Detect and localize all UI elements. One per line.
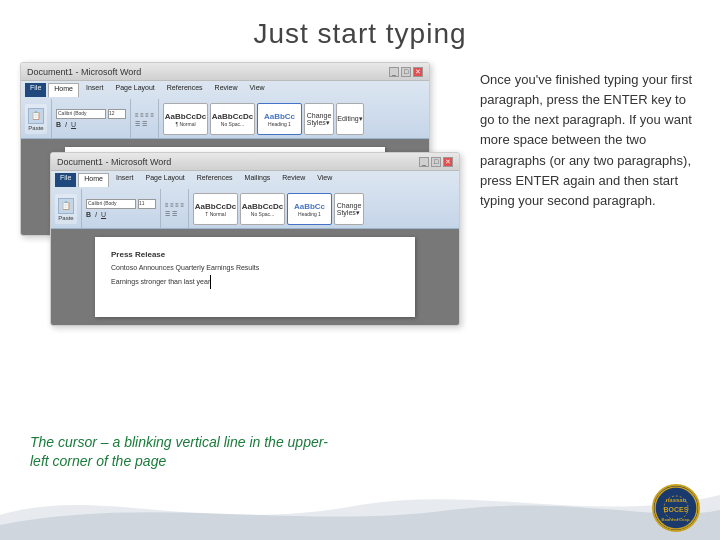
ribbon2: File Home Insert Page Layout References … (51, 171, 459, 229)
font-group: Calibri (Body 12 B I U (56, 99, 131, 139)
pagelayout-tab[interactable]: Page Layout (110, 83, 159, 97)
references-tab2[interactable]: References (192, 173, 238, 187)
font-size-select[interactable]: 12 (108, 109, 126, 119)
paragraph-group2: ≡ ≡ ≡ ≡ ☰ ☰ (165, 189, 189, 229)
font-size-select2[interactable]: 11 (138, 199, 156, 209)
italic-btn[interactable]: I (65, 121, 67, 128)
styles-group: AaBbCcDc ¶ Normal AaBbCcDc No Spac... Aa… (163, 99, 368, 139)
doc-press-release: Press Release (111, 249, 399, 260)
style-boxes: AaBbCcDc ¶ Normal AaBbCcDc No Spac... Aa… (163, 103, 364, 135)
screenshot1-title-text: Document1 - Microsoft Word (27, 67, 141, 77)
screenshot2-titlebar: Document1 - Microsoft Word _ □ ✕ (51, 153, 459, 171)
maximize-btn[interactable]: □ (401, 67, 411, 77)
pagelayout-tab2[interactable]: Page Layout (140, 173, 189, 187)
style-heading12[interactable]: AaBbCc Heading 1 (287, 193, 332, 225)
view-tab[interactable]: View (245, 83, 270, 97)
style-heading1[interactable]: AaBbCc Heading 1 (257, 103, 302, 135)
title-bar-controls2: _ □ ✕ (419, 157, 453, 167)
font-row: Calibri (Body 12 (56, 109, 126, 119)
review-tab2[interactable]: Review (277, 173, 310, 187)
insert-tab[interactable]: Insert (81, 83, 109, 97)
caption-line2: left corner of the page (30, 453, 166, 469)
insert-tab2[interactable]: Insert (111, 173, 139, 187)
home-tab2[interactable]: Home (78, 173, 109, 187)
paste-btn2[interactable]: 📋 Paste (55, 194, 77, 224)
format-row2: B I U (86, 211, 156, 218)
ribbon-content1: 📋 Paste Calibri (Body 12 (25, 99, 425, 139)
review-tab[interactable]: Review (210, 83, 243, 97)
doc-earnings-line: Earnings stronger than last year (111, 275, 399, 289)
bottom-caption: The cursor – a blinking vertical line in… (30, 433, 328, 472)
boces-emblem-svg: nassau BOCES Board of Coop. (654, 486, 698, 530)
style-normal[interactable]: AaBbCcDc ¶ Normal (163, 103, 208, 135)
font-row2: Calibri (Body 11 (86, 199, 156, 209)
style-no-spacing2[interactable]: AaBbCcDc No Spac... (240, 193, 285, 225)
ribbon1: File Home Insert Page Layout References … (21, 81, 429, 139)
styles-group2: AaBbCcDc T Normal AaBbCcDc No Spac... Aa… (193, 189, 368, 229)
screenshot1-titlebar: Document1 - Microsoft Word _ □ ✕ (21, 63, 429, 81)
file-tab[interactable]: File (25, 83, 46, 97)
doc-page2: Press Release Contoso Announces Quarterl… (95, 237, 415, 317)
screenshot2-wrapper: Document1 - Microsoft Word _ □ ✕ File Ho… (50, 152, 465, 326)
ribbon-tabs2: File Home Insert Page Layout References … (55, 173, 455, 187)
bold-btn[interactable]: B (56, 121, 61, 128)
maximize-btn2[interactable]: □ (431, 157, 441, 167)
minimize-btn[interactable]: _ (389, 67, 399, 77)
mailings-tab2[interactable]: Mailings (240, 173, 276, 187)
left-column: Document1 - Microsoft Word _ □ ✕ File Ho… (20, 62, 460, 442)
bottom-wave (0, 475, 720, 540)
view-tab2[interactable]: View (312, 173, 337, 187)
style-boxes2: AaBbCcDc T Normal AaBbCcDc No Spac... Aa… (193, 193, 364, 225)
style-normal2[interactable]: AaBbCcDc T Normal (193, 193, 238, 225)
wave-svg (0, 475, 720, 540)
boces-logo: nassau BOCES Board of Coop. (652, 484, 700, 532)
clipboard-group2: 📋 Paste (55, 189, 82, 229)
doc-area2: Press Release Contoso Announces Quarterl… (51, 229, 459, 325)
list-row2: ☰ ☰ (165, 210, 184, 217)
ribbon-tabs1: File Home Insert Page Layout References … (25, 83, 425, 97)
doc-content: Press Release Contoso Announces Quarterl… (111, 249, 399, 289)
caption-line1: The cursor – a blinking vertical line in… (30, 434, 328, 450)
description-text: Once you've finished typing your first p… (480, 70, 700, 211)
page-title: Just start typing (0, 0, 720, 62)
align-row: ≡ ≡ ≡ ≡ (135, 112, 154, 118)
paste-icon: 📋 (28, 108, 44, 124)
clipboard-group: 📋 Paste (25, 99, 52, 139)
references-tab[interactable]: References (162, 83, 208, 97)
screenshot2: Document1 - Microsoft Word _ □ ✕ File Ho… (50, 152, 460, 326)
style-change2[interactable]: ChangeStyles▾ (334, 193, 364, 225)
bold-btn2[interactable]: B (86, 211, 91, 218)
close-btn[interactable]: ✕ (413, 67, 423, 77)
style-change[interactable]: ChangeStyles▾ (304, 103, 334, 135)
paste-btn[interactable]: 📋 Paste (25, 104, 47, 134)
screenshot2-title-text: Document1 - Microsoft Word (57, 157, 171, 167)
font-group2: Calibri (Body 11 B I U (86, 189, 161, 229)
title-bar-controls: _ □ ✕ (389, 67, 423, 77)
style-editing[interactable]: Editing▾ (336, 103, 364, 135)
font-select2[interactable]: Calibri (Body (86, 199, 136, 209)
home-tab[interactable]: Home (48, 83, 79, 97)
list-row: ☰ ☰ (135, 120, 154, 127)
boces-emblem: nassau BOCES Board of Coop. (652, 484, 700, 532)
style-no-spacing[interactable]: AaBbCcDc No Spac... (210, 103, 255, 135)
file-tab2[interactable]: File (55, 173, 76, 187)
underline-btn[interactable]: U (71, 121, 76, 128)
format-row: B I U (56, 121, 126, 128)
doc-announces: Contoso Announces Quarterly Earnings Res… (111, 263, 399, 273)
minimize-btn2[interactable]: _ (419, 157, 429, 167)
italic-btn2[interactable]: I (95, 211, 97, 218)
svg-text:BOCES: BOCES (664, 506, 689, 513)
close-btn2[interactable]: ✕ (443, 157, 453, 167)
font-select[interactable]: Calibri (Body (56, 109, 106, 119)
cursor2 (210, 275, 211, 289)
underline-btn2[interactable]: U (101, 211, 106, 218)
main-content: Document1 - Microsoft Word _ □ ✕ File Ho… (0, 62, 720, 442)
paragraph-group: ≡ ≡ ≡ ≡ ☰ ☰ (135, 99, 159, 139)
svg-text:Board of Coop.: Board of Coop. (662, 517, 691, 522)
align-row2: ≡ ≡ ≡ ≡ (165, 202, 184, 208)
paste-icon2: 📋 (58, 198, 74, 214)
right-column: Once you've finished typing your first p… (480, 62, 700, 442)
ribbon-content2: 📋 Paste Calibri (Body 11 (55, 189, 455, 229)
